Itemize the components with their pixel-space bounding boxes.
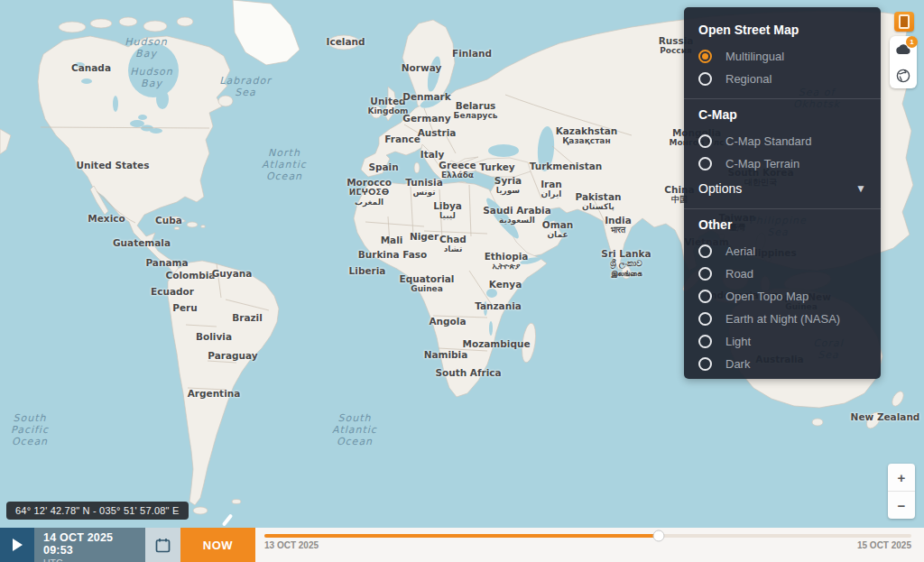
radio-label: Open Topo Map [725, 290, 808, 303]
radio-label: Light [725, 335, 751, 348]
calendar-button[interactable] [145, 528, 180, 562]
radio-label: Regional [725, 72, 772, 86]
section-title: Open Street Map [698, 23, 866, 37]
zoom-control: + − [888, 464, 915, 519]
radio-option-c-map-terrain[interactable]: C-Map Terrain [698, 152, 866, 175]
radio-option-regional[interactable]: Regional [698, 68, 866, 90]
radio-option-dark[interactable]: Dark [698, 353, 866, 375]
radio-option-road[interactable]: Road [698, 263, 866, 285]
radio-label: Road [725, 267, 753, 281]
radio-icon [698, 312, 712, 326]
side-toolbar: 1 [890, 36, 917, 88]
datetime-text: 14 OCT 2025 09:53 [43, 531, 145, 557]
globe-icon [896, 69, 910, 83]
layers-panel-button[interactable] [894, 12, 914, 32]
radio-label: Multilingual [725, 50, 784, 63]
radio-icon [698, 157, 712, 170]
radio-icon [698, 290, 712, 303]
panel-divider [684, 98, 881, 99]
timeline: 13 OCT 2025 15 OCT 2025 [255, 528, 924, 562]
radio-option-c-map-standard[interactable]: C-Map Standard [698, 130, 866, 152]
section-title: C-Map [698, 107, 866, 122]
play-icon [12, 539, 23, 551]
timeline-toolbar: 14 OCT 2025 09:53 UTC NOW 13 OCT 2025 15… [0, 528, 924, 562]
weather-map-app: { "coordinates": "64° 12' 42.78\" N - 03… [0, 0, 924, 562]
radio-label: Aerial [725, 244, 755, 258]
coordinates-tooltip: 64° 12' 42.78" N - 035° 51' 57.08" E [6, 502, 189, 520]
zoom-in-button[interactable]: + [888, 464, 915, 492]
timezone-text: UTC [43, 557, 145, 562]
radio-icon [698, 244, 712, 258]
options-row[interactable]: Options▼ [698, 177, 866, 200]
panel-divider [684, 208, 881, 209]
radio-label: C-Map Terrain [725, 157, 799, 170]
timeline-progress [264, 534, 659, 538]
globe-button[interactable] [893, 66, 913, 86]
radio-icon [698, 134, 712, 148]
map-layers-panel: Open Street MapMultilingualRegionalC-Map… [684, 7, 881, 379]
radio-option-multilingual[interactable]: Multilingual [698, 45, 866, 68]
radio-option-earth-at-night-nasa-[interactable]: Earth at Night (NASA) [698, 308, 866, 330]
radio-label: C-Map Standard [725, 134, 811, 148]
radio-option-open-topo-map[interactable]: Open Topo Map [698, 285, 866, 308]
options-label: Options [698, 181, 742, 196]
now-button[interactable]: NOW [180, 528, 255, 562]
zoom-out-button[interactable]: − [888, 492, 915, 519]
weather-layers-button[interactable]: 1 [893, 40, 913, 60]
section-title: Other [698, 217, 866, 232]
radio-label: Dark [725, 357, 750, 371]
chevron-down-icon: ▼ [855, 182, 866, 195]
timeline-start-date: 13 OCT 2025 [264, 540, 319, 550]
play-button[interactable] [0, 528, 34, 562]
radio-icon [698, 72, 712, 86]
radio-label: Earth at Night (NASA) [725, 312, 840, 326]
radio-option-aerial[interactable]: Aerial [698, 240, 866, 263]
timeline-end-date: 15 OCT 2025 [857, 540, 911, 550]
timeline-track[interactable] [264, 534, 911, 538]
legend-icon [899, 14, 910, 29]
notification-badge: 1 [906, 36, 918, 48]
calendar-icon [155, 538, 171, 553]
radio-option-light[interactable]: Light [698, 330, 866, 353]
timeline-date-labels: 13 OCT 2025 15 OCT 2025 [264, 540, 911, 550]
datetime-display[interactable]: 14 OCT 2025 09:53 UTC [34, 528, 145, 562]
radio-selected-icon [698, 50, 712, 63]
radio-icon [698, 357, 712, 371]
radio-icon [698, 335, 712, 348]
radio-icon [698, 267, 712, 281]
